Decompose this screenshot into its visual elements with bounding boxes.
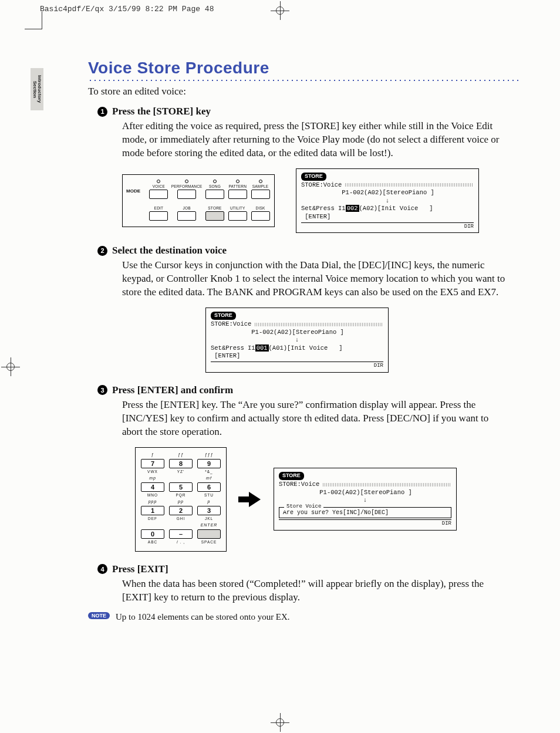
mode-button-cell: EDIT <box>149 206 169 221</box>
step4-heading: 4 Press [EXIT] <box>97 563 519 575</box>
registration-mark-left <box>4 360 18 374</box>
mode-button-cell: PATTERN <box>227 180 248 199</box>
mode-button-cell: VOICE <box>149 180 169 199</box>
step3-body: Press the [ENTER] key. The “Are you sure… <box>122 398 510 439</box>
lcd-confirm-screen: STORESTORE:Voice P1-002(A02)[StereoPiano… <box>274 468 457 530</box>
keypad-key: 2 <box>169 506 193 515</box>
step4-body: When the data has been stored (“Complete… <box>122 577 510 604</box>
crop-mark-top-left <box>25 12 42 29</box>
step1-body: After editing the voice as required, pre… <box>122 120 510 160</box>
mode-button-cell: SONG <box>205 180 225 199</box>
lcd-store-screen-2: STORESTORE:Voice P1-002(A02)[StereoPiano… <box>205 308 389 373</box>
keypad-key: 1 <box>141 506 164 515</box>
keypad-key <box>197 529 221 539</box>
keypad-key: 0 <box>141 529 164 539</box>
intro-text: To store an edited voice: <box>88 86 519 97</box>
mode-button-cell: DISK <box>250 206 271 221</box>
step3-heading: 3 Press [ENTER] and confirm <box>97 384 519 396</box>
prepress-slug: Basic4pdf/E/qx 3/15/99 8:22 PM Page 48 <box>40 5 214 13</box>
note-text: Up to 1024 elements can be stored onto y… <box>116 612 290 622</box>
step2-body: Use the Cursor keys in conjunction with … <box>122 259 510 299</box>
keypad-key: 3 <box>197 506 221 515</box>
step2-title: Select the destination voice <box>112 245 227 256</box>
page-title: Voice Store Procedure <box>88 59 519 77</box>
section-tab-label: Introductory Section <box>32 68 42 110</box>
step4-title: Press [EXIT] <box>112 563 168 575</box>
section-tab: Introductory Section <box>31 68 43 110</box>
keypad-key: 5 <box>169 482 193 492</box>
step-number-1: 1 <box>97 107 107 117</box>
keypad-key: 9 <box>197 459 221 468</box>
mode-button-cell: STORE <box>205 206 225 221</box>
mode-panel-illustration: MODEVOICEPERFORMANCESONGPATTERNSAMPLEEDI… <box>122 174 275 227</box>
mode-button-cell: UTILITY <box>227 206 248 221</box>
arrow-right-icon <box>238 492 262 507</box>
mode-button-cell: JOB <box>171 206 203 221</box>
step-number-4: 4 <box>97 564 107 574</box>
step1-heading: 1 Press the [STORE] key <box>97 106 519 117</box>
note-badge: NOTE <box>88 612 110 619</box>
mode-button-cell: PERFORMANCE <box>171 180 203 199</box>
mode-button-cell: SAMPLE <box>250 180 271 199</box>
keypad-key: 4 <box>141 482 164 492</box>
lcd-store-screen-1: STORESTORE:Voice P1-002(A02)[StereoPiano… <box>296 168 479 234</box>
step3-title: Press [ENTER] and confirm <box>112 384 233 396</box>
mode-label: MODE <box>126 188 146 194</box>
keypad-key: – <box>169 529 193 539</box>
step-number-2: 2 <box>97 246 107 256</box>
title-divider <box>88 79 519 82</box>
step-number-3: 3 <box>97 385 107 395</box>
keypad-key: 6 <box>197 482 221 492</box>
keypad-key: 8 <box>169 459 193 468</box>
registration-mark-bottom <box>273 715 287 729</box>
step1-title: Press the [STORE] key <box>112 106 211 117</box>
step2-heading: 2 Select the destination voice <box>97 245 519 256</box>
numeric-keypad-illustration: ƒƒƒƒƒƒ789VWXYZ'*&_mpmf456MNOPQRSTUpppppp… <box>135 447 227 552</box>
registration-mark-top <box>273 4 287 18</box>
keypad-key: 7 <box>141 459 164 468</box>
